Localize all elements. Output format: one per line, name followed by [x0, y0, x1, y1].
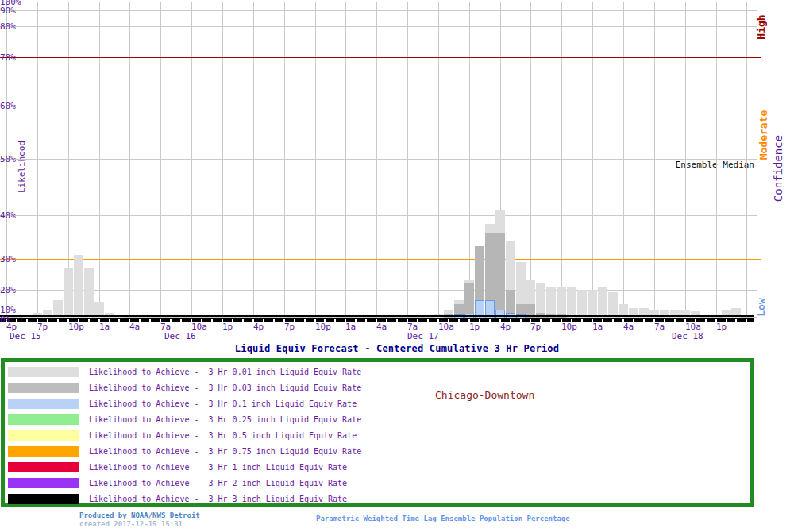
gridline-vertical	[284, 2, 285, 315]
footer-produced-by: Produced by NOAA/NWS Detroit	[79, 511, 200, 519]
x-tick-label: 7a	[407, 322, 418, 331]
gridline-horizontal	[0, 26, 757, 27]
legend-label: Likelihood to Achieve - 3 Hr 0.03 inch L…	[89, 383, 361, 393]
x-axis-hour-tick	[705, 319, 707, 322]
plot-area: Likelihood Ensemble Median High Moderate…	[0, 0, 794, 341]
gridline-vertical	[716, 2, 717, 315]
y-tick-label: 20%	[0, 286, 16, 295]
x-axis-hour-tick	[643, 319, 645, 322]
confidence-threshold-line	[0, 259, 761, 260]
legend-swatch	[8, 414, 79, 425]
y-tick-label: 80%	[0, 22, 16, 31]
x-tick-label: 7p	[37, 322, 48, 331]
ensemble-median-line	[0, 315, 754, 317]
gridline-vertical	[315, 2, 316, 315]
x-axis-hour-tick	[118, 319, 120, 322]
gridline-vertical	[623, 2, 624, 315]
bar	[84, 268, 94, 322]
gridline-vertical	[37, 2, 38, 315]
legend-swatch	[8, 367, 79, 377]
legend-label: Likelihood to Achieve - 3 Hr 0.75 inch L…	[89, 446, 361, 457]
bar	[495, 233, 505, 322]
legend-swatch	[8, 462, 79, 472]
x-axis-hour-tick	[427, 319, 429, 322]
legend-label: Likelihood to Achieve - 3 Hr 1 inch Liqu…	[89, 462, 347, 472]
x-tick-label: 4p	[253, 322, 264, 331]
x-axis-hour-tick	[26, 319, 28, 322]
x-tick-label: 4p	[6, 322, 17, 331]
gridline-vertical	[469, 2, 470, 315]
x-axis-hour-tick	[149, 319, 151, 322]
gridline-vertical	[191, 2, 192, 315]
bar	[64, 268, 73, 322]
legend-label: Likelihood to Achieve - 3 Hr 0.01 inch L…	[89, 367, 361, 377]
x-tick-label: 1a	[592, 322, 603, 331]
gridline-vertical	[160, 2, 161, 315]
legend-label: Likelihood to Achieve - 3 Hr 0.5 inch Li…	[89, 430, 357, 441]
x-axis-hour-tick	[550, 319, 552, 322]
x-tick-label: 10a	[685, 322, 701, 331]
legend-label: Likelihood to Achieve - 3 Hr 2 inch Liqu…	[89, 478, 347, 488]
forecast-chart-page: Likelihood Ensemble Median High Moderate…	[0, 0, 794, 532]
footer-method-label: Parametric Weighted Time Lag Ensemble Po…	[316, 515, 570, 522]
x-tick-label: 7a	[654, 322, 665, 331]
gridline-vertical	[222, 2, 223, 315]
x-tick-label: 10a	[191, 322, 207, 331]
gridline-horizontal	[0, 10, 757, 11]
y-tick-label: 60%	[0, 102, 16, 110]
gridline-horizontal	[0, 159, 757, 160]
gridline-vertical	[530, 2, 531, 315]
x-axis-hour-tick	[57, 319, 59, 322]
gridline-vertical	[253, 2, 254, 315]
x-axis-hour-tick	[735, 319, 737, 322]
x-tick-label: 1a	[99, 322, 110, 331]
y-tick-label: 30%	[0, 255, 16, 264]
x-date-label: Dec 18	[672, 332, 703, 341]
x-axis-hour-tick	[180, 319, 182, 322]
legend-swatch	[8, 399, 79, 409]
legend-swatch	[8, 446, 79, 457]
legend-box: Chicago-Downtown Likelihood to Achieve -…	[1, 358, 754, 507]
legend-swatch	[8, 494, 79, 504]
y-tick-label: 90%	[0, 6, 16, 15]
x-tick-label: 1p	[222, 322, 233, 331]
gridline-horizontal	[0, 290, 757, 291]
gridline-vertical	[592, 2, 593, 315]
bar	[74, 255, 83, 322]
x-tick-label: 7p	[530, 322, 541, 331]
x-tick-label: 4p	[500, 322, 511, 331]
x-date-label: Dec 15	[10, 332, 41, 341]
x-axis-hour-tick	[674, 319, 676, 322]
legend-swatch	[8, 478, 79, 488]
y-tick-label: 70%	[0, 53, 16, 62]
y-tick-label: 40%	[0, 211, 16, 220]
x-axis-hour-tick	[458, 319, 460, 322]
x-axis-hour-tick	[612, 319, 614, 322]
gridline-vertical	[746, 2, 747, 315]
y-tick-label: 50%	[0, 155, 16, 164]
x-tick-label: 4a	[623, 322, 634, 331]
legend-swatch	[8, 430, 79, 441]
x-tick-label: 4a	[129, 322, 140, 331]
chart-title: Liquid Equiv Forecast - Centered Cumulat…	[0, 343, 794, 354]
x-tick-label: 10a	[438, 322, 454, 331]
gridline-vertical	[561, 2, 562, 315]
y-tick-label: 10%	[0, 306, 16, 314]
x-tick-label: 10p	[315, 322, 331, 331]
x-tick-label: 1p	[469, 322, 480, 331]
x-axis-hour-tick	[581, 319, 583, 322]
bar	[588, 290, 597, 322]
x-axis-hour-tick	[211, 319, 213, 322]
x-tick-label: 7a	[160, 322, 171, 331]
legend-label: Likelihood to Achieve - 3 Hr 0.1 inch Li…	[89, 399, 357, 409]
footer-created-timestamp: created 2017-12-15 15:31	[79, 520, 183, 528]
gridline-horizontal	[0, 106, 757, 106]
confidence-axis-title: Confidence	[773, 135, 784, 202]
confidence-moderate-label: Moderate	[758, 110, 769, 160]
legend-label: Likelihood to Achieve - 3 Hr 0.25 inch L…	[89, 414, 361, 425]
gridline-vertical	[654, 2, 655, 315]
gridline-vertical	[99, 2, 100, 315]
x-axis-hour-tick	[334, 319, 336, 322]
x-tick-label: 1a	[345, 322, 356, 331]
gridline-vertical	[129, 2, 130, 315]
